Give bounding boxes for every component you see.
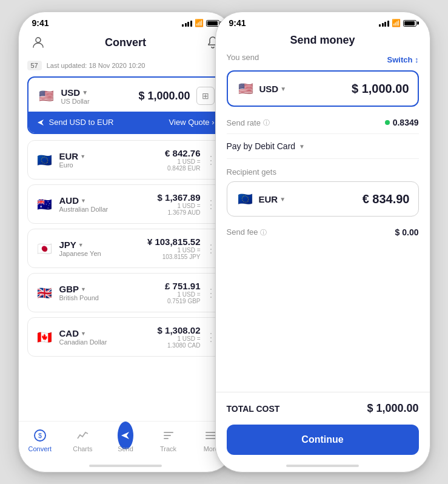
charts-nav-icon xyxy=(75,428,90,443)
currency-row-left: 🇨🇦 CAD ▼ Canadian Dollar xyxy=(35,328,107,347)
row-amount-3: £ 751.91 xyxy=(165,281,200,291)
pay-method-label: Pay by Debit Card xyxy=(227,141,296,151)
send-content: You send Switch ↕ 🇺🇸 USD ▼ $ 1,000.00 xyxy=(216,53,430,392)
svg-rect-3 xyxy=(164,432,173,433)
status-bar-left: 9:41 📶 xyxy=(19,12,233,30)
svg-rect-5 xyxy=(164,438,169,439)
currency-row-left: 🇪🇺 EUR ▼ Euro xyxy=(35,150,86,170)
currency-code-0: EUR ▼ xyxy=(59,151,86,161)
recipient-flag: 🇪🇺 xyxy=(236,189,255,209)
pay-chevron-icon: ▼ xyxy=(299,143,305,150)
currency-name-3: British Pound xyxy=(59,294,99,301)
base-amount: $ 1,000.00 xyxy=(138,90,190,103)
status-icons-left: 📶 xyxy=(182,19,219,27)
svg-text:$: $ xyxy=(38,432,42,439)
currency-row[interactable]: 🇦🇺 AUD ▼ Australian Dollar $ 1,367.89 1 … xyxy=(27,184,224,224)
recipient-currency-code: EUR ▼ xyxy=(259,194,286,204)
row-rate-1: 1 USD =1.3679 AUD xyxy=(158,203,201,216)
app-container: 9:41 📶 Convert xyxy=(0,0,448,484)
last-updated-bar: 57 Last updated: 18 Nov 2020 10:20 xyxy=(27,57,224,76)
view-quote-btn[interactable]: View Quote › xyxy=(169,118,215,127)
rate-dot xyxy=(385,120,390,125)
more-options-icon-4[interactable]: ⋮ xyxy=(206,331,216,344)
base-currency-top: 🇺🇸 USD ▼ US Dollar $ 1,000.00 ⊞ xyxy=(37,86,215,106)
row-rate-4: 1 USD =1.3080 CAD xyxy=(158,335,201,349)
nav-item-charts[interactable]: Charts xyxy=(61,428,104,452)
bottom-nav: $ Convert Charts xyxy=(19,421,233,465)
more-options-icon-2[interactable]: ⋮ xyxy=(206,242,216,255)
row-rate-0: 1 USD =0.8428 EUR xyxy=(165,158,200,172)
charts-nav-label: Charts xyxy=(73,445,92,452)
recipient-currency-selector[interactable]: 🇪🇺 EUR ▼ xyxy=(236,189,286,209)
send-currency-selector[interactable]: 🇺🇸 USD ▼ xyxy=(236,79,287,98)
send-nav-icon xyxy=(118,428,133,443)
svg-point-0 xyxy=(36,38,41,42)
more-options-icon-0[interactable]: ⋮ xyxy=(206,153,216,167)
rate-row: Send rate ⓘ 0.8349 xyxy=(227,115,419,134)
recipient-amount: € 834.90 xyxy=(363,192,410,206)
flag-jpy: 🇯🇵 xyxy=(35,239,55,258)
base-currency-name: US Dollar xyxy=(61,98,90,105)
time-right: 9:41 xyxy=(229,18,246,28)
flag-eur: 🇪🇺 xyxy=(35,150,55,170)
convert-title: Convert xyxy=(105,36,146,49)
total-label: TOTAL COST xyxy=(227,404,280,414)
recipient-box[interactable]: 🇪🇺 EUR ▼ € 834.90 xyxy=(227,181,419,217)
home-indicator-left xyxy=(89,465,162,467)
nav-item-send[interactable]: Send xyxy=(104,428,147,452)
battery-icon xyxy=(206,20,219,27)
flag-cad: 🇨🇦 xyxy=(35,328,55,347)
fee-row: Send fee ⓘ $ 0.00 xyxy=(227,225,419,246)
base-flag: 🇺🇸 xyxy=(37,86,56,106)
switch-btn[interactable]: Switch ↕ xyxy=(387,55,418,64)
pay-method-row[interactable]: Pay by Debit Card ▼ xyxy=(227,134,419,159)
continue-button[interactable]: Continue xyxy=(227,425,419,455)
currency-row[interactable]: 🇨🇦 CAD ▼ Canadian Dollar $ 1,308.02 1 US… xyxy=(27,317,224,357)
status-icons-right: 📶 xyxy=(379,19,416,27)
you-send-header: You send Switch ↕ xyxy=(227,53,419,67)
currency-row[interactable]: 🇯🇵 JPY ▼ Japanese Yen ¥ 103,815.52 1 USD… xyxy=(27,229,224,268)
battery-icon-right xyxy=(403,20,416,27)
profile-icon[interactable] xyxy=(30,34,47,51)
calculator-icon[interactable]: ⊞ xyxy=(196,87,215,105)
currency-row[interactable]: 🇪🇺 EUR ▼ Euro € 842.76 1 USD =0.8428 EUR… xyxy=(27,140,224,180)
base-currency-code: USD ▼ xyxy=(61,87,90,98)
signal-icon xyxy=(182,19,192,27)
currency-row-right-0: € 842.76 1 USD =0.8428 EUR ⋮ xyxy=(165,148,216,172)
convert-header: Convert xyxy=(19,30,233,57)
base-currency-info[interactable]: 🇺🇸 USD ▼ US Dollar xyxy=(37,86,90,106)
track-nav-label: Track xyxy=(160,445,176,452)
currency-row[interactable]: 🇬🇧 GBP ▼ British Pound £ 751.91 1 USD =0… xyxy=(27,273,224,312)
recipient-label: Recipient gets xyxy=(227,167,419,176)
nav-item-track[interactable]: Track xyxy=(147,428,190,452)
flag-aud: 🇦🇺 xyxy=(35,195,55,214)
currency-row-right-3: £ 751.91 1 USD =0.7519 GBP ⋮ xyxy=(165,281,216,304)
signal-icon-right xyxy=(379,19,389,27)
you-send-box[interactable]: 🇺🇸 USD ▼ $ 1,000.00 xyxy=(227,70,419,107)
fee-label: Send fee ⓘ xyxy=(227,227,267,237)
currency-code-3: GBP ▼ xyxy=(59,284,99,294)
fee-value: $ 0.00 xyxy=(395,227,419,237)
total-value: $ 1,000.00 xyxy=(367,402,418,415)
currency-name-4: Canadian Dollar xyxy=(59,338,107,346)
row-rate-3: 1 USD =0.7519 GBP xyxy=(165,291,200,304)
more-options-icon-3[interactable]: ⋮ xyxy=(206,286,216,300)
status-bar-right: 9:41 📶 xyxy=(216,12,430,30)
wifi-icon-right: 📶 xyxy=(392,19,401,27)
send-amount: $ 1,000.00 xyxy=(352,82,409,96)
track-nav-icon xyxy=(161,428,176,443)
last-updated-text: Last updated: 18 Nov 2020 10:20 xyxy=(47,62,145,69)
fee-info-icon: ⓘ xyxy=(260,229,267,236)
row-amount-4: $ 1,308.02 xyxy=(158,325,201,335)
left-phone: 9:41 📶 Convert xyxy=(18,12,233,472)
rate-value: 0.8349 xyxy=(385,118,419,127)
currency-row-right-1: $ 1,367.89 1 USD =1.3679 AUD ⋮ xyxy=(158,192,216,216)
send-bar[interactable]: Send USD to EUR View Quote › xyxy=(28,112,223,133)
convert-nav-icon: $ xyxy=(32,428,48,443)
nav-item-convert[interactable]: $ Convert xyxy=(19,428,62,452)
currency-row-right-2: ¥ 103,815.52 1 USD =103.8155 JPY ⋮ xyxy=(147,237,216,260)
base-currency-card: 🇺🇸 USD ▼ US Dollar $ 1,000.00 ⊞ xyxy=(27,76,224,134)
send-header: Send money xyxy=(216,30,430,53)
more-options-icon-1[interactable]: ⋮ xyxy=(206,198,216,211)
row-rate-2: 1 USD =103.8155 JPY xyxy=(147,247,201,260)
